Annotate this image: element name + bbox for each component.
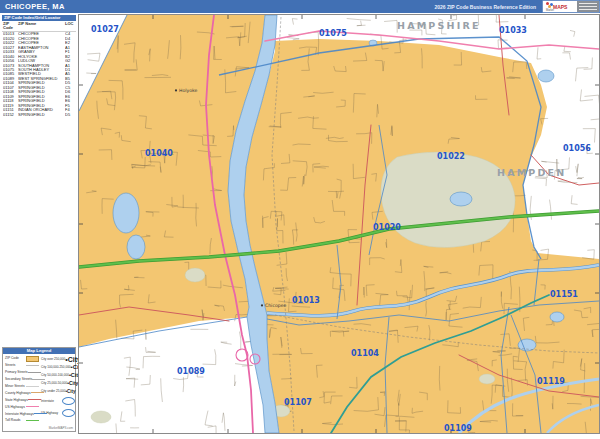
highway-shield-icon [62, 397, 75, 405]
zip-index-cell: 01152 [3, 113, 18, 117]
legend-line-items: ZIP CodeStreetsPrimary StreetsSecondary … [3, 354, 40, 424]
legend-swatch [26, 384, 39, 388]
publisher-logo: MAPS Market [543, 1, 599, 12]
zip-label-01104: 01104 [351, 349, 379, 358]
legend-item-label: ZIP Code [5, 356, 19, 360]
park-large [381, 152, 515, 248]
legend-city-label: City 100,000-250,000 [41, 365, 71, 369]
legend-city-label: City 50,000-100,000 [41, 373, 69, 377]
park-small-4 [185, 268, 205, 282]
legend-item-label: Toll Roads [5, 418, 20, 422]
city-dot-chicopee [261, 304, 263, 306]
legend-item: Primary Streets [5, 369, 39, 376]
pond-2 [450, 192, 472, 206]
legend-item-label: State Highways [5, 398, 28, 402]
legend-swatch [28, 370, 41, 374]
city-dot-holyoke [175, 89, 177, 91]
col-zip-name: ZIP Name [18, 22, 65, 31]
legend-item: Minor Streets [5, 383, 39, 390]
legend-swatch [32, 377, 45, 381]
logo-mark-icon: MAPS Market [543, 1, 577, 12]
col-loc: LOC [65, 22, 77, 31]
pond-4 [550, 312, 564, 322]
legend-item-label: Interstate Highways [5, 412, 34, 416]
zip-index-header-row: ZIP Code ZIP Name LOC [2, 21, 76, 32]
logo-sub: Market [546, 9, 554, 12]
park-small-2 [91, 411, 111, 423]
legend-city-sample: •City [65, 389, 75, 394]
lake-1 [113, 193, 139, 233]
zip-label-01119: 01119 [537, 377, 565, 386]
legend-city-item: City 50,000-100,000•City [41, 371, 75, 379]
zip-label-01089: 01089 [177, 367, 205, 376]
zip-label-01027: 01027 [91, 25, 119, 34]
legend-city-item: City over 250,000•City [41, 355, 75, 363]
city-label-chicopee: Chicopee [265, 303, 286, 308]
legend-item: County Highways [5, 389, 39, 396]
zip-label-01020: 01020 [373, 223, 401, 232]
highway-shield-icon [62, 409, 75, 417]
zip-label-01107: 01107 [284, 398, 312, 407]
logo-word: MAPS [553, 4, 567, 10]
legend-swatch [26, 356, 39, 360]
zip-label-01151: 01151 [550, 290, 578, 299]
logo-side-panel [577, 1, 599, 12]
title-bar: CHICOPEE, MA 2026 ZIP Code Business Refe… [0, 0, 600, 13]
zip-index-cell: D5 [65, 113, 77, 117]
county-label-hampden: HAMPDEN [497, 167, 566, 178]
legend-city-label: City under 25,000 [41, 389, 65, 393]
legend-swatch [34, 412, 47, 416]
legend-item-label: Minor Streets [5, 384, 25, 388]
legend-item: State Highways [5, 396, 39, 403]
legend-swatch [26, 363, 39, 367]
legend-item: Streets [5, 362, 39, 369]
edition-label: 2026 ZIP Code Business Reference Edition [434, 4, 536, 10]
legend-shield-label: Interstate [41, 399, 54, 403]
legend-swatch [28, 398, 41, 402]
zip-index-body: 01013CHICOPEEC401020CHICOPEED401022CHICO… [2, 32, 76, 117]
zip-label-01022: 01022 [437, 152, 465, 161]
legend-item-label: Primary Streets [5, 370, 28, 374]
legend-city-label: City over 250,000 [41, 357, 65, 361]
lake-2 [127, 235, 145, 259]
legend-item-label: County Highways [5, 391, 31, 395]
county-label-hampshire: HAMPSHIRE [397, 20, 481, 31]
col-zip-code: ZIP Code [3, 22, 18, 31]
zip-label-01040: 01040 [145, 149, 173, 158]
legend-item-label: US Highways [5, 405, 25, 409]
legend-city-label: City 25,000-50,000 [41, 381, 67, 385]
map-canvas: HAMPSHIREHAMPDEN ChicopeeHolyoke 0102701… [79, 15, 599, 433]
pond-1 [538, 70, 554, 82]
page-title: CHICOPEE, MA [5, 2, 65, 11]
zip-label-01109: 01109 [444, 424, 472, 433]
legend-item-label: Streets [5, 363, 15, 367]
legend-swatch [26, 418, 39, 422]
legend-city-item: City under 25,000•City [41, 387, 75, 395]
legend-item: ZIP Code [5, 355, 39, 362]
zip-index-cell: SPRINGFIELD [18, 113, 65, 117]
map-legend: Map Legend ZIP CodeStreetsPrimary Street… [2, 347, 76, 432]
zip-label-01033: 01033 [499, 26, 527, 35]
legend-city-sample: •City [67, 380, 78, 386]
legend-item-label: Secondary Streets [5, 377, 32, 381]
legend-city-item: City 25,000-50,000•City [41, 379, 75, 387]
zip-index-row: 01152SPRINGFIELDD5 [3, 113, 75, 117]
legend-item: Interstate Highways [5, 410, 39, 417]
zip-index-table: ZIP Code Index/Grid Locator ZIP Code ZIP… [2, 15, 76, 117]
legend-swatch [31, 391, 44, 395]
legend-item: US Highways [5, 403, 39, 410]
zip-label-01075: 01075 [319, 29, 347, 38]
city-label-holyoke: Holyoke [179, 88, 198, 93]
map-frame: HAMPSHIREHAMPDEN ChicopeeHolyoke 0102701… [78, 14, 600, 434]
legend-credit: MarketMAPS.com [49, 426, 73, 430]
zip-label-01013: 01013 [292, 296, 320, 305]
legend-item: Toll Roads [5, 417, 39, 424]
zip-label-01056: 01056 [563, 144, 591, 153]
legend-item: Secondary Streets [5, 376, 39, 383]
park-small-3 [479, 374, 495, 384]
legend-city-item: City 100,000-250,000•City [41, 363, 75, 371]
legend-swatch [26, 405, 39, 409]
page: { "header": { "title": "CHICOPEE, MA", "… [0, 0, 600, 439]
legend-shield-item: Interstate [41, 395, 75, 407]
